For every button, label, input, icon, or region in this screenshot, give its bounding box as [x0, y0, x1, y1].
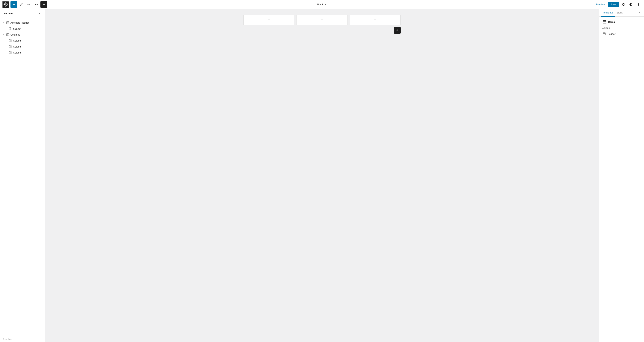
- toolbar-right: Preview Save: [594, 1, 642, 8]
- list-view-header: List View ×: [0, 9, 45, 18]
- wp-logo-button[interactable]: [2, 1, 9, 8]
- list-item-columns[interactable]: ▾ Columns: [0, 32, 45, 38]
- edit-tool-button[interactable]: [18, 1, 25, 8]
- list-item-column-3[interactable]: ▾ Column: [0, 49, 45, 55]
- svg-rect-12: [10, 39, 12, 42]
- column-icon: [8, 51, 12, 54]
- toolbar-left: [2, 1, 47, 8]
- column-add-button-1[interactable]: +: [244, 15, 294, 25]
- template-name-center: Blank: [316, 2, 329, 7]
- svg-rect-14: [10, 45, 12, 48]
- canvas-area: + + + +: [45, 9, 599, 342]
- column-2-label: Column: [13, 45, 22, 48]
- more-button[interactable]: [635, 1, 642, 8]
- preview-button[interactable]: Preview: [594, 2, 607, 7]
- list-view-content: ▾ Alternate Header ▾ Spacer: [0, 18, 45, 336]
- circle-half-icon: [629, 3, 632, 6]
- chevron-down-icon: [324, 3, 327, 5]
- svg-rect-17: [603, 20, 606, 23]
- appearance-button[interactable]: [628, 1, 634, 8]
- list-view-panel: List View × ▾ Alternate Header ▾: [0, 9, 45, 342]
- spacer-label: Spacer: [13, 27, 21, 30]
- column-3-label: Column: [13, 51, 22, 54]
- canvas-add-row: +: [243, 27, 401, 34]
- column-icon: [8, 45, 12, 48]
- template-name: Blank: [608, 20, 615, 23]
- undo-button[interactable]: [26, 1, 32, 8]
- footer-text: Template: [2, 338, 12, 341]
- canvas-add-block-button[interactable]: +: [394, 27, 401, 34]
- svg-rect-2: [6, 21, 9, 24]
- list-view-button[interactable]: [40, 1, 47, 8]
- column-add-button-2[interactable]: +: [297, 15, 347, 25]
- template-icon: [602, 20, 607, 24]
- layout-icon: [6, 21, 9, 24]
- columns-icon: [6, 33, 9, 36]
- column-block-3[interactable]: +: [350, 14, 401, 25]
- svg-rect-16: [10, 51, 12, 54]
- blank-dropdown-button[interactable]: Blank: [316, 2, 329, 7]
- more-vertical-icon: [637, 3, 640, 6]
- template-name-row: Blank: [602, 20, 641, 24]
- svg-rect-11: [9, 39, 10, 42]
- column-add-button-3[interactable]: +: [350, 15, 400, 25]
- blank-label: Blank: [317, 3, 324, 6]
- column-block-2[interactable]: +: [296, 14, 348, 25]
- areas-section-label: AREAS: [602, 27, 641, 29]
- chevron-icon: ▾: [2, 22, 5, 24]
- columns-row: + + +: [243, 14, 401, 25]
- list-view-footer: Template: [0, 336, 45, 342]
- add-block-button[interactable]: [10, 1, 17, 8]
- header-icon: [602, 32, 606, 36]
- header-label: Header: [608, 32, 616, 35]
- list-item-alternate-header[interactable]: ▾ Alternate Header: [0, 20, 45, 26]
- redo-button[interactable]: [33, 1, 40, 8]
- settings-button[interactable]: [620, 1, 627, 8]
- svg-rect-15: [9, 51, 10, 54]
- chevron-icon: ▾: [2, 34, 5, 36]
- tab-block[interactable]: Block: [615, 9, 624, 17]
- right-panel-tabs: Template Block ×: [599, 9, 644, 17]
- gear-icon: [622, 3, 625, 6]
- svg-rect-20: [603, 32, 606, 35]
- list-item-spacer[interactable]: ▾ Spacer: [0, 26, 45, 32]
- svg-rect-8: [6, 33, 9, 36]
- save-button[interactable]: Save: [608, 2, 619, 7]
- columns-label: Columns: [10, 33, 20, 36]
- column-1-label: Column: [13, 39, 22, 42]
- right-panel: Template Block × Blank AREAS: [599, 9, 644, 342]
- main-layout: List View × ▾ Alternate Header ▾: [0, 9, 644, 342]
- right-panel-content: Blank AREAS Header: [599, 17, 644, 342]
- list-item-column-2[interactable]: ▾ Column: [0, 43, 45, 49]
- tab-template[interactable]: Template: [601, 9, 615, 17]
- right-panel-close-button[interactable]: ×: [637, 10, 642, 15]
- column-block-1[interactable]: +: [243, 14, 294, 25]
- alternate-header-label: Alternate Header: [10, 21, 29, 24]
- toolbar: Blank Preview Save: [0, 0, 644, 9]
- column-icon: [8, 39, 12, 42]
- list-item-column-1[interactable]: ▾ Column: [0, 38, 45, 43]
- list-view-close-button[interactable]: ×: [37, 11, 42, 16]
- spacer-icon: [8, 27, 12, 30]
- svg-rect-13: [9, 45, 10, 48]
- list-view-title: List View: [2, 12, 13, 15]
- areas-item-header[interactable]: Header: [602, 31, 641, 37]
